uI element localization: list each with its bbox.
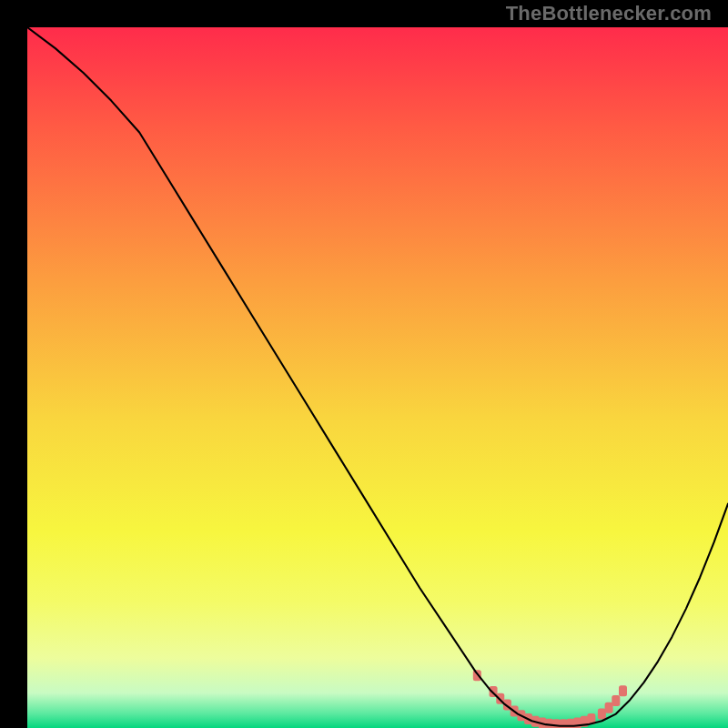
marker-point — [473, 670, 481, 681]
marker-point — [612, 695, 620, 706]
chart-plot — [27, 27, 728, 728]
marker-point — [605, 703, 613, 713]
watermark-text: TheBottlenecker.com — [506, 2, 712, 25]
marker-point — [598, 709, 606, 720]
marker-point — [619, 685, 627, 696]
chart-background — [27, 27, 728, 728]
chart-frame — [14, 14, 714, 714]
marker-point — [545, 719, 553, 728]
